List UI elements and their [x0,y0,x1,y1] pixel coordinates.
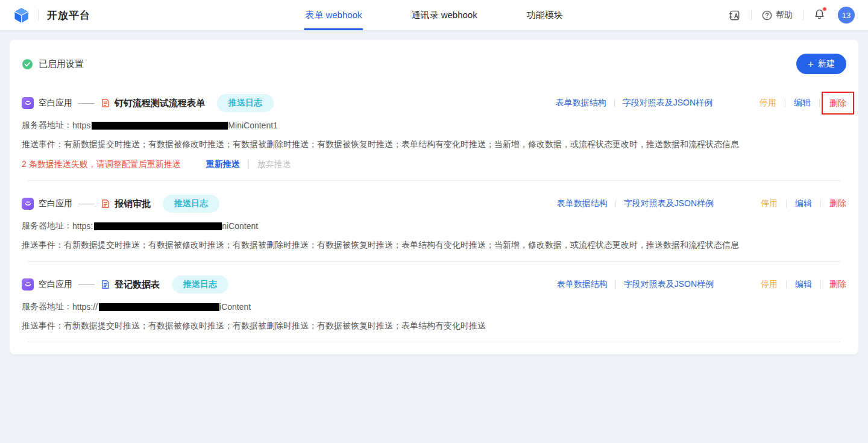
server-url-tail: niContent [222,221,258,231]
server-url-tail: iContent [219,302,251,312]
server-address-line: 服务器地址：https://iContent [22,301,846,312]
disable-button[interactable]: 停用 [761,198,778,209]
data-structure-link[interactable]: 表单数据结构 [556,98,606,108]
disable-button[interactable]: 停用 [760,98,776,108]
help-button[interactable]: 帮助 [762,10,793,20]
enabled-status-label: 已启用设置 [39,58,84,70]
form-title: 登记数据表 [115,279,160,291]
tab-function-modules[interactable]: 功能模块 [526,0,564,30]
redacted-url [99,303,219,311]
form-doc-icon [101,199,110,209]
main-tabs: 表单 webhook 通讯录 webhook 功能模块 [304,0,564,30]
delete-button[interactable]: 删除 [829,279,846,290]
row-links: 表单数据结构 字段对照表及JSON样例 停用 编辑 删除 [557,279,846,290]
app-name: 空白应用 [39,279,72,290]
form-title: 钉钉流程测试流程表单 [115,98,205,109]
create-new-label: 新建 [818,58,835,69]
webhook-settings-card: 已启用设置 + 新建 空白应用 钉钉流程测试流程表单 推送日志 [10,40,858,354]
delete-button[interactable]: 删除 [829,198,846,209]
row-head: 空白应用 登记数据表 推送日志 表单数据结构 字段对照表及JSON样例 停用 编… [22,272,846,297]
row-actions: 停用 编辑 删除 [760,98,846,108]
logo-cube-icon[interactable] [13,7,30,24]
edit-button[interactable]: 编辑 [794,98,811,108]
server-url-prefix: https: [72,221,93,231]
row-head: 空白应用 钉钉流程测试流程表单 推送日志 表单数据结构 字段对照表及JSON样例… [22,90,846,116]
server-label: 服务器地址： [22,120,72,131]
delete-button[interactable]: 删除 [829,98,846,108]
server-label: 服务器地址： [22,221,72,231]
check-circle-icon [22,58,33,70]
push-error-line: 2 条数据推送失败，请调整配置后重新推送 重新推送 放弃推送 [22,159,846,170]
webhook-row: 空白应用 报销审批 推送日志 表单数据结构 字段对照表及JSON样例 停用 编辑 [10,181,858,262]
webhook-row: 空白应用 登记数据表 推送日志 表单数据结构 字段对照表及JSON样例 停用 编… [10,262,858,342]
create-new-button[interactable]: + 新建 [796,54,846,74]
header-divider [38,9,39,21]
retry-push-button[interactable]: 重新推送 [206,159,240,170]
push-error-message: 2 条数据推送失败，请调整配置后重新推送 [22,159,181,170]
connector-line [78,284,95,285]
disable-button[interactable]: 停用 [761,279,778,290]
connector-line [78,204,95,204]
brand: 开放平台 [13,7,90,24]
server-label: 服务器地址： [22,301,72,312]
row-links: 表单数据结构 字段对照表及JSON样例 停用 编辑 删除 [557,198,846,209]
plus-icon: + [808,59,814,69]
annotation-highlight-box: 删除 [822,92,854,115]
top-right-tools: 帮助 13 [728,7,855,24]
push-log-button[interactable]: 推送日志 [172,275,228,294]
connector-line [78,103,95,104]
abandon-push-button[interactable]: 放弃推送 [257,159,291,170]
tools-divider [751,10,752,20]
data-structure-link[interactable]: 表单数据结构 [557,279,608,290]
avatar[interactable]: 13 [838,7,855,24]
data-structure-link[interactable]: 表单数据结构 [557,198,608,209]
redacted-url [94,222,222,230]
app-name: 空白应用 [39,198,72,209]
push-log-button[interactable]: 推送日志 [163,195,219,213]
app-icon [22,198,34,210]
page-title: 开放平台 [47,8,90,22]
card-header: 已启用设置 + 新建 [10,40,858,80]
server-address-line: 服务器地址：https:niContent [22,221,846,231]
edit-button[interactable]: 编辑 [795,279,812,290]
app-name: 空白应用 [39,98,72,108]
form-title: 报销审批 [115,198,151,210]
tools-divider [803,10,804,20]
form-doc-icon [101,280,110,289]
row-divider [28,342,840,342]
push-events-line: 推送事件：有新数据提交时推送；有数据被修改时推送；有数据被删除时推送；有数据被恢… [22,240,846,251]
top-bar: 开放平台 表单 webhook 通讯录 webhook 功能模块 帮助 [0,0,868,30]
enabled-status: 已启用设置 [22,58,84,70]
notification-dot [822,7,827,11]
edit-button[interactable]: 编辑 [795,198,812,209]
push-log-button[interactable]: 推送日志 [217,94,274,112]
webhook-row: 空白应用 钉钉流程测试流程表单 推送日志 表单数据结构 字段对照表及JSON样例… [10,80,858,181]
field-mapping-link[interactable]: 字段对照表及JSON样例 [623,98,712,108]
server-url-prefix: https [72,121,90,130]
push-events-line: 推送事件：有新数据提交时推送；有数据被修改时推送；有数据被删除时推送；有数据被恢… [22,321,846,331]
form-doc-icon [101,98,110,108]
row-actions: 停用 编辑 删除 [761,198,846,209]
notification-bell-icon[interactable] [814,8,825,22]
server-address-line: 服务器地址：httpsMiniContent1 [22,120,846,131]
question-circle-icon [762,10,772,20]
language-icon[interactable] [728,9,741,22]
row-head: 空白应用 报销审批 推送日志 表单数据结构 字段对照表及JSON样例 停用 编辑 [22,191,846,216]
server-url-prefix: https:// [72,302,98,312]
server-url-tail: MiniContent1 [228,121,278,130]
redacted-url [92,122,228,130]
help-label: 帮助 [776,10,793,20]
field-mapping-link[interactable]: 字段对照表及JSON样例 [624,198,714,209]
field-mapping-link[interactable]: 字段对照表及JSON样例 [624,279,714,290]
app-icon [22,278,34,291]
row-links: 表单数据结构 字段对照表及JSON样例 停用 编辑 删除 [556,98,846,108]
tab-form-webhook[interactable]: 表单 webhook [304,0,363,30]
row-actions: 停用 编辑 删除 [761,279,846,290]
app-icon [22,97,34,109]
tab-contacts-webhook[interactable]: 通讯录 webhook [410,0,479,30]
push-events-line: 推送事件：有新数据提交时推送；有数据被修改时推送；有数据被删除时推送；有数据被恢… [22,139,846,150]
